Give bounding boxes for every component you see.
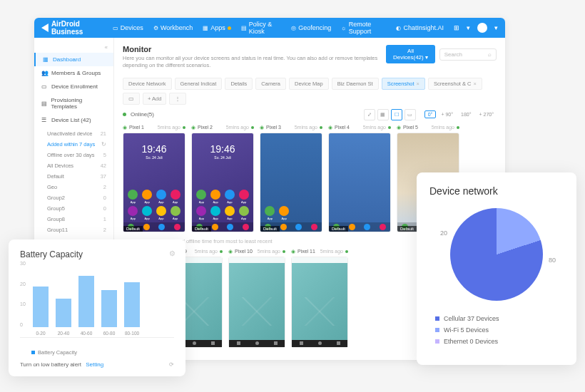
device-card[interactable]: ◉Pixel 15mins ago19:46Su. 24 JuliAppAppA… bbox=[123, 125, 185, 232]
battery-title: Battery Capacity bbox=[20, 249, 174, 259]
network-pie: 20 80 bbox=[450, 208, 543, 301]
nav-workbench[interactable]: ⚙Workbench bbox=[153, 24, 193, 31]
nav-devices[interactable]: ▭Devices bbox=[113, 24, 143, 31]
grid-view-icon[interactable]: ▦ bbox=[377, 109, 389, 120]
tab-screenshot[interactable]: Screenshot× bbox=[382, 78, 425, 90]
list-view-icon[interactable]: ☐ bbox=[391, 109, 402, 120]
status-dot-icon bbox=[388, 126, 391, 129]
device-filter-button[interactable]: All Devices(42) ▾ bbox=[386, 45, 434, 63]
brand-text: AirDroid Business bbox=[51, 20, 103, 36]
bar: 80-100 bbox=[124, 282, 140, 327]
tabs: Device NetworkGeneral IndicatDetailsCame… bbox=[123, 78, 497, 105]
bar: 40-60 bbox=[78, 276, 94, 327]
rotation-90[interactable]: + 90° bbox=[438, 112, 456, 117]
topbar-right: ⊞ ▾ ▾ bbox=[454, 23, 498, 33]
sidebar-item-device-enrollment[interactable]: ▭Device Enrollment bbox=[34, 80, 113, 93]
refresh-icon[interactable]: ⟳ bbox=[169, 361, 174, 368]
expand-icon[interactable]: ⤢ bbox=[364, 109, 375, 120]
sublist-item[interactable]: Geo2 bbox=[44, 182, 113, 192]
pie-chart bbox=[450, 208, 543, 301]
sidebar-item-provisioning-templates[interactable]: ▤Provisioning Templates bbox=[34, 93, 113, 113]
battery-alert-text: Turn on low battery alert bbox=[20, 361, 81, 368]
sidebar-item-device-list-[interactable]: ☰Device List (42) bbox=[34, 113, 113, 127]
legend-item: Cellular 37 Devices bbox=[435, 315, 564, 322]
notification-icon[interactable]: ▾ bbox=[467, 24, 470, 31]
legend-item: Ethernet 0 Devices bbox=[435, 338, 564, 345]
legend-swatch-icon bbox=[435, 316, 439, 321]
nav-chatinsight-ai[interactable]: ◐ChatInsight.AI bbox=[396, 24, 444, 31]
avatar[interactable] bbox=[477, 23, 487, 33]
gear-icon[interactable]: ⚙ bbox=[169, 249, 176, 257]
battery-card: Battery Capacity ⚙ 01020300-2020-4040-60… bbox=[9, 239, 185, 376]
tile-view-icon[interactable]: ▭ bbox=[405, 109, 416, 120]
tab-details[interactable]: Details bbox=[225, 78, 253, 90]
apps-icon[interactable]: ⊞ bbox=[454, 24, 459, 31]
network-title: Device network bbox=[429, 185, 564, 197]
battery-legend: Battery Capacity bbox=[31, 349, 174, 356]
tab-general-indicat[interactable]: General Indicat bbox=[175, 78, 223, 90]
legend-swatch-icon bbox=[435, 328, 439, 332]
search-icon: ⌕ bbox=[488, 51, 492, 58]
brand-icon bbox=[41, 24, 49, 32]
legend-dot-icon bbox=[31, 351, 35, 354]
tab-close-icon[interactable]: × bbox=[474, 81, 477, 87]
sublist-item[interactable]: Group81 bbox=[44, 214, 113, 225]
user-menu-caret[interactable]: ▾ bbox=[494, 24, 498, 31]
device-card[interactable]: ◉Pixel 45mins agoDefault bbox=[328, 125, 391, 232]
sublist-item[interactable]: Offline over 30 days5 bbox=[44, 150, 113, 160]
device-screen bbox=[228, 257, 285, 348]
sublist-item[interactable]: Added within 7 days↻ bbox=[44, 139, 113, 150]
tab-camera[interactable]: Camera bbox=[255, 78, 286, 90]
device-card[interactable]: ◉Pixel 115mins ago bbox=[291, 249, 348, 348]
device-card[interactable]: ◉Pixel 35mins agoAppAppDefault bbox=[260, 125, 322, 232]
status-dot-icon bbox=[345, 250, 348, 253]
tab-template-icon[interactable]: ▭ bbox=[123, 93, 140, 105]
bar: 20-40 bbox=[56, 299, 71, 327]
device-screen bbox=[291, 257, 348, 348]
sublist-item[interactable]: Group50 bbox=[44, 203, 113, 214]
status-dot-icon bbox=[220, 250, 223, 253]
nav-geofencing[interactable]: ◎Geofencing bbox=[291, 24, 331, 31]
sublist-item[interactable]: Group20 bbox=[44, 192, 113, 203]
tab-more-icon[interactable]: ⋮ bbox=[169, 93, 186, 105]
sublist-item[interactable]: All Devices42 bbox=[44, 160, 113, 171]
brand: AirDroid Business bbox=[41, 20, 103, 36]
nav-policy-kiosk[interactable]: ▤Policy & Kiosk bbox=[241, 21, 282, 35]
sublist-item[interactable]: Group112 bbox=[44, 225, 113, 235]
network-legend: Cellular 37 DevicesWi-Fi 5 DevicesEthern… bbox=[429, 315, 564, 345]
notification-dot-icon bbox=[228, 26, 231, 30]
device-screen: Default bbox=[328, 133, 391, 232]
device-card[interactable]: ◉Pixel 105mins ago bbox=[228, 249, 285, 348]
sublist-item[interactable]: Unactivated device21 bbox=[44, 128, 113, 139]
status-dot-icon bbox=[283, 250, 285, 253]
tab-device-network[interactable]: Device Network bbox=[123, 78, 172, 90]
sidebar-item-members-groups[interactable]: 👥Members & Groups bbox=[34, 66, 113, 80]
device-screen: 19:46Su. 24 JuliAppAppAppAppAppAppAppApp… bbox=[123, 133, 185, 232]
status-dot-icon bbox=[320, 126, 322, 129]
tab-device-map[interactable]: Device Map bbox=[289, 78, 329, 90]
legend-swatch-icon bbox=[435, 339, 439, 344]
page-title: Monitor bbox=[123, 45, 386, 53]
tab-close-icon[interactable]: × bbox=[417, 81, 419, 87]
battery-legend-label: Battery Capacity bbox=[38, 349, 77, 356]
collapse-sidebar[interactable]: « bbox=[34, 42, 113, 53]
sublist-item[interactable]: Default37 bbox=[44, 171, 113, 182]
topbar: AirDroid Business ▭Devices⚙Workbench▦App… bbox=[34, 18, 505, 38]
rotation-180[interactable]: 180° bbox=[458, 112, 474, 117]
tab-screenshot-c[interactable]: Screenshot & C× bbox=[428, 78, 482, 90]
sidebar-item-dashboard[interactable]: ▦Dashboard bbox=[34, 53, 113, 66]
rotation-270[interactable]: + 270° bbox=[476, 112, 497, 117]
battery-setting-link[interactable]: Setting bbox=[86, 361, 103, 368]
tab-biz-daemon-st[interactable]: Biz Daemon St bbox=[332, 78, 379, 90]
device-card[interactable]: ◉Pixel 25mins ago19:46Su. 24 JuliAppAppA… bbox=[191, 125, 254, 232]
nav-remote-support[interactable]: ☼Remote Support bbox=[341, 21, 386, 35]
search-input[interactable]: Search ⌕ bbox=[439, 48, 497, 61]
device-sublist: Unactivated device21Added within 7 days↻… bbox=[34, 127, 113, 238]
device-screen: 19:46Su. 24 JuliAppAppAppAppAppAppAppApp… bbox=[191, 133, 254, 232]
monitor-header: Monitor Here you can monitor all your de… bbox=[123, 45, 386, 69]
nav-apps[interactable]: ▦Apps bbox=[203, 24, 231, 31]
device-screen: AppAppDefault bbox=[260, 133, 322, 232]
pie-label-80: 80 bbox=[549, 257, 556, 264]
rotation-0[interactable]: 0° bbox=[424, 110, 437, 118]
tab-add-button[interactable]: + Add bbox=[143, 93, 166, 105]
